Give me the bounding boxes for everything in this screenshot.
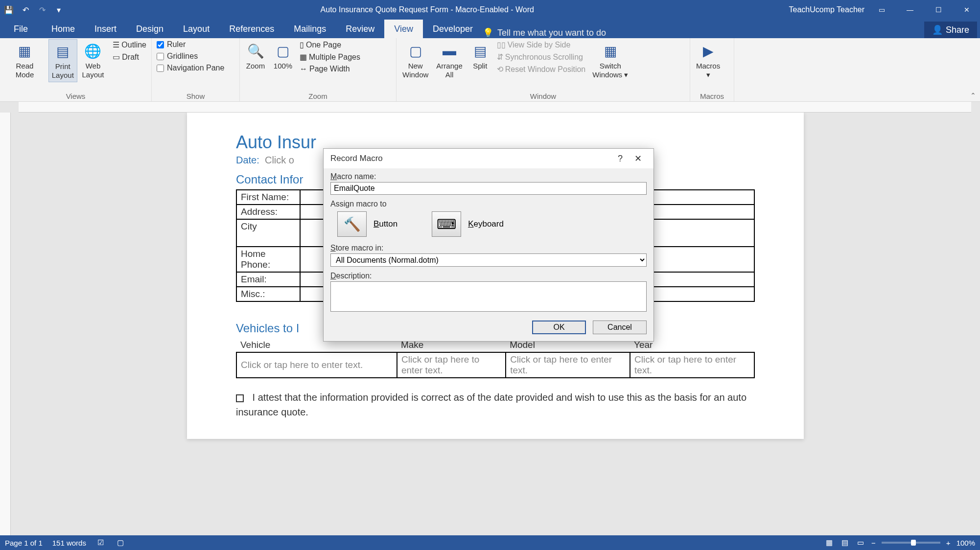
assign-macro-label: Assign macro to <box>330 200 647 208</box>
macro-name-label: Macro name: <box>330 172 647 181</box>
keyboard-icon: ⌨ <box>432 211 461 237</box>
macro-recording-icon[interactable]: ▢ <box>116 538 125 548</box>
zoom-slider[interactable] <box>882 542 940 544</box>
zoom-in-button[interactable]: + <box>946 539 951 547</box>
cancel-button[interactable]: Cancel <box>593 321 647 334</box>
web-layout-view-icon[interactable]: ▭ <box>856 538 865 548</box>
record-macro-dialog: Record Macro ? ✕ Macro name: Assign macr… <box>323 148 654 342</box>
zoom-out-button[interactable]: − <box>871 539 876 547</box>
description-textarea[interactable] <box>330 281 647 312</box>
status-bar: Page 1 of 1 151 words ☑ ▢ ▦ ▤ ▭ − + 100% <box>0 535 980 550</box>
word-count[interactable]: 151 words <box>52 539 86 547</box>
assign-button-option[interactable]: 🔨 Button <box>337 211 397 237</box>
description-label: Description: <box>330 272 647 280</box>
dialog-title: Record Macro <box>330 154 611 163</box>
ok-button[interactable]: OK <box>532 321 586 334</box>
page-status[interactable]: Page 1 of 1 <box>5 539 43 547</box>
store-macro-label: Store macro in: <box>330 244 647 252</box>
dialog-backdrop: Record Macro ? ✕ Macro name: Assign macr… <box>0 0 980 550</box>
dialog-help-icon[interactable]: ? <box>611 150 629 167</box>
zoom-level[interactable]: 100% <box>957 539 975 547</box>
dialog-close-icon[interactable]: ✕ <box>629 150 647 167</box>
macro-name-input[interactable] <box>330 182 647 195</box>
assign-keyboard-option[interactable]: ⌨ Keyboard <box>432 211 504 237</box>
spellcheck-icon[interactable]: ☑ <box>96 538 106 548</box>
read-mode-view-icon[interactable]: ▦ <box>824 538 834 548</box>
print-layout-view-icon[interactable]: ▤ <box>840 538 850 548</box>
button-icon: 🔨 <box>337 211 367 237</box>
store-macro-select[interactable]: All Documents (Normal.dotm) <box>330 253 647 267</box>
